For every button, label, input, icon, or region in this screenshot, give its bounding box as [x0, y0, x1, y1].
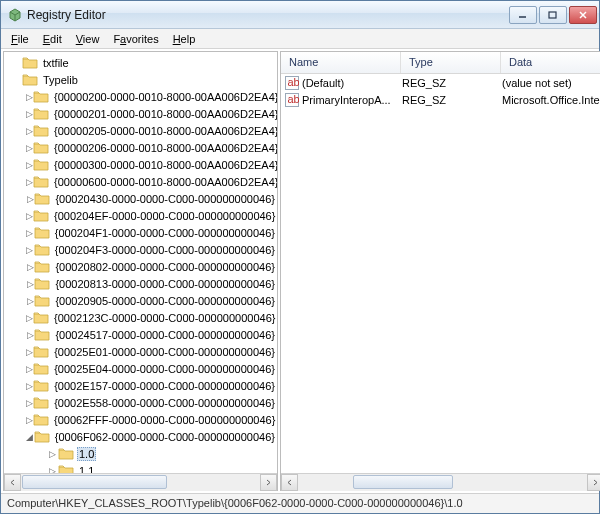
cell-data: (value not set) [502, 77, 600, 89]
expand-twisty-icon[interactable]: ▷ [26, 262, 34, 272]
tree-item[interactable]: ▷{00000205-0000-0010-8000-00AA006D2EA4} [8, 122, 277, 139]
values-list[interactable]: (Default)REG_SZ(value not set)PrimaryInt… [281, 74, 600, 473]
expand-twisty-icon[interactable]: ▷ [26, 364, 33, 374]
tree-item[interactable]: ▷{00020802-0000-0000-C000-000000000046} [8, 258, 277, 275]
expand-twisty-icon[interactable]: ▷ [46, 449, 58, 459]
tree-item[interactable]: ▷{00020813-0000-0000-C000-000000000046} [8, 275, 277, 292]
tree-item[interactable]: ▷{00000600-0000-0010-8000-00AA006D2EA4} [8, 173, 277, 190]
menu-file[interactable]: File [5, 31, 35, 47]
expand-twisty-icon[interactable]: ▷ [26, 228, 34, 238]
tree-item[interactable]: ▷{00062FFF-0000-0000-C000-000000000046} [8, 411, 277, 428]
tree-item[interactable]: ▷1.0 [8, 445, 277, 462]
menu-view[interactable]: View [70, 31, 106, 47]
maximize-button[interactable] [539, 6, 567, 24]
scroll-thumb[interactable] [353, 475, 453, 489]
tree-item-label: {00000300-0000-0010-8000-00AA006D2EA4} [52, 159, 277, 171]
minimize-button[interactable] [509, 6, 537, 24]
col-type[interactable]: Type [401, 52, 501, 73]
expand-twisty-icon[interactable]: ▷ [26, 143, 33, 153]
scroll-left-arrow[interactable] [4, 474, 21, 491]
folder-icon [34, 294, 50, 308]
scroll-left-arrow[interactable] [281, 474, 298, 491]
tree-item-label: {00000205-0000-0010-8000-00AA006D2EA4} [52, 125, 277, 137]
col-name[interactable]: Name [281, 52, 401, 73]
tree-item[interactable]: txtfile [8, 54, 277, 71]
expand-twisty-icon[interactable]: ▷ [26, 313, 33, 323]
tree-item-label: {00025E01-0000-0000-C000-000000000046} [52, 346, 277, 358]
expand-twisty-icon[interactable]: ▷ [26, 109, 33, 119]
tree-item[interactable]: ▷1.1 [8, 462, 277, 473]
registry-tree[interactable]: txtfileTypelib▷{00000200-0000-0010-8000-… [4, 52, 277, 473]
tree-item-label: {00020430-0000-0000-C000-000000000046} [53, 193, 277, 205]
expand-twisty-icon[interactable]: ▷ [26, 126, 33, 136]
scroll-thumb[interactable] [22, 475, 167, 489]
expand-twisty-icon[interactable]: ▷ [26, 279, 34, 289]
cell-type: REG_SZ [402, 94, 502, 106]
col-data[interactable]: Data [501, 52, 600, 73]
tree-item[interactable]: ▷{00000201-0000-0010-8000-00AA006D2EA4} [8, 105, 277, 122]
list-h-scrollbar[interactable] [281, 473, 600, 490]
folder-icon [58, 447, 74, 461]
folder-icon [22, 73, 38, 87]
tree-item[interactable]: ▷{0002123C-0000-0000-C000-000000000046} [8, 309, 277, 326]
folder-icon [33, 158, 49, 172]
tree-item[interactable]: ▷{00000200-0000-0010-8000-00AA006D2EA4} [8, 88, 277, 105]
string-value-icon [285, 93, 299, 107]
folder-icon [22, 56, 38, 70]
menu-edit[interactable]: Edit [37, 31, 68, 47]
tree-item[interactable]: ◢{0006F062-0000-0000-C000-000000000046} [8, 428, 277, 445]
expand-twisty-icon[interactable]: ▷ [26, 211, 33, 221]
expand-twisty-icon[interactable]: ▷ [26, 347, 33, 357]
tree-item[interactable]: ▷{000204F1-0000-0000-C000-000000000046} [8, 224, 277, 241]
expand-twisty-icon[interactable]: ▷ [26, 398, 33, 408]
tree-item-label: {0002E157-0000-0000-C000-000000000046} [52, 380, 277, 392]
expand-twisty-icon[interactable]: ◢ [26, 432, 34, 442]
expand-twisty-icon[interactable]: ▷ [46, 466, 58, 474]
folder-icon [33, 175, 49, 189]
tree-item-label: {0006F062-0000-0000-C000-000000000046} [53, 431, 277, 443]
tree-h-scrollbar[interactable] [4, 473, 277, 490]
close-button[interactable] [569, 6, 597, 24]
tree-item[interactable]: ▷{00025E01-0000-0000-C000-000000000046} [8, 343, 277, 360]
tree-item[interactable]: ▷{00024517-0000-0000-C000-000000000046} [8, 326, 277, 343]
tree-item[interactable]: ▷{000204F3-0000-0000-C000-000000000046} [8, 241, 277, 258]
tree-item-label: {00025E04-0000-0000-C000-000000000046} [52, 363, 277, 375]
value-row[interactable]: PrimaryInteropA...REG_SZMicrosoft.Office… [281, 91, 600, 108]
expand-twisty-icon[interactable]: ▷ [26, 177, 33, 187]
titlebar[interactable]: Registry Editor [1, 1, 599, 29]
expand-twisty-icon[interactable]: ▷ [26, 245, 34, 255]
folder-icon [33, 345, 49, 359]
scroll-right-arrow[interactable] [587, 474, 600, 491]
window-title: Registry Editor [27, 8, 509, 22]
folder-icon [33, 413, 49, 427]
tree-item-label: {00020813-0000-0000-C000-000000000046} [53, 278, 277, 290]
expand-twisty-icon[interactable]: ▷ [26, 330, 34, 340]
tree-item-label: 1.1 [77, 465, 96, 474]
expand-twisty-icon[interactable]: ▷ [26, 194, 34, 204]
tree-item[interactable]: ▷{0002E558-0000-0000-C000-000000000046} [8, 394, 277, 411]
tree-item-label: {00000200-0000-0010-8000-00AA006D2EA4} [52, 91, 277, 103]
tree-item[interactable]: ▷{000204EF-0000-0000-C000-000000000046} [8, 207, 277, 224]
tree-item[interactable]: ▷{00020905-0000-0000-C000-000000000046} [8, 292, 277, 309]
scroll-right-arrow[interactable] [260, 474, 277, 491]
tree-item[interactable]: ▷{0002E157-0000-0000-C000-000000000046} [8, 377, 277, 394]
expand-twisty-icon[interactable]: ▷ [26, 381, 33, 391]
expand-twisty-icon[interactable]: ▷ [26, 92, 33, 102]
expand-twisty-icon[interactable]: ▷ [26, 296, 34, 306]
tree-item[interactable]: ▷{00000300-0000-0010-8000-00AA006D2EA4} [8, 156, 277, 173]
menu-help[interactable]: Help [167, 31, 202, 47]
menu-favorites[interactable]: Favorites [107, 31, 164, 47]
folder-icon [33, 311, 49, 325]
tree-item-label: {00020802-0000-0000-C000-000000000046} [53, 261, 277, 273]
tree-item-label: txtfile [41, 57, 71, 69]
tree-item[interactable]: ▷{00020430-0000-0000-C000-000000000046} [8, 190, 277, 207]
tree-item[interactable]: ▷{00000206-0000-0010-8000-00AA006D2EA4} [8, 139, 277, 156]
tree-item[interactable]: Typelib [8, 71, 277, 88]
folder-icon [33, 141, 49, 155]
value-row[interactable]: (Default)REG_SZ(value not set) [281, 74, 600, 91]
expand-twisty-icon[interactable]: ▷ [26, 415, 33, 425]
folder-icon [33, 379, 49, 393]
expand-twisty-icon[interactable]: ▷ [26, 160, 33, 170]
tree-item[interactable]: ▷{00025E04-0000-0000-C000-000000000046} [8, 360, 277, 377]
cell-name: (Default) [302, 77, 402, 89]
